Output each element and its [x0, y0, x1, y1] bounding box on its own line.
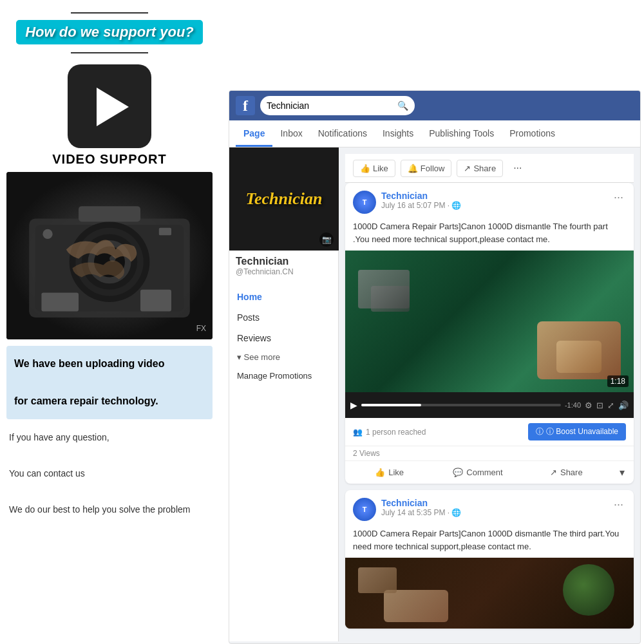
post-header-left-2: T Technician July 14 at 5:35 PM · 🌐: [353, 498, 461, 521]
header-line-left: [71, 12, 148, 14]
reach-icon: 👥: [353, 428, 363, 437]
share-label: Share: [473, 164, 496, 173]
post-like-btn-1[interactable]: 👍 Like: [345, 464, 433, 481]
search-icon: 🔍: [397, 100, 408, 111]
post-author-2: Technician: [381, 498, 461, 508]
header-banner: How do we support you?: [6, 6, 213, 58]
tab-page[interactable]: Page: [236, 120, 272, 147]
post-action-more-1[interactable]: ▾: [611, 464, 634, 481]
tab-notifications[interactable]: Notifications: [310, 120, 375, 147]
post-options-1[interactable]: ···: [611, 191, 626, 204]
tab-promotions[interactable]: Promotions: [502, 120, 563, 147]
second-post-video: [345, 558, 634, 629]
video-controls-1: ▶ -1:40 ⚙ ⊡ ⤢ 🔊: [345, 392, 634, 418]
camera-overlay-icon: 📷: [319, 232, 334, 247]
post-header-1: T Technician July 16 at 5:07 PM · 🌐 ···: [345, 183, 634, 218]
fb-action-bar: 👍 Like 🔔 Follow ↗ Share ···: [345, 154, 634, 183]
sidebar-item-posts[interactable]: Posts: [229, 307, 338, 328]
contact-line2: You can contact us: [9, 464, 210, 482]
volume-icon[interactable]: 🔊: [618, 401, 629, 410]
post-avatar-2: T: [353, 498, 376, 521]
like-icon: 👍: [360, 164, 370, 173]
post-header-2: T Technician July 14 at 5:35 PM · 🌐 ···: [345, 490, 634, 525]
fb-sidebar: Technician 📷 Technician @Technician.CN H…: [229, 147, 339, 641]
progress-bar[interactable]: [361, 404, 561, 406]
post-text-2: 1000D Camera Repair Parts]Canon 1000D di…: [345, 525, 634, 558]
contact-line3: We do our best to help you solve the pro…: [9, 500, 210, 518]
post-like-icon: 👍: [375, 468, 385, 477]
share-button[interactable]: ↗ Share: [457, 160, 503, 177]
tab-publishing-tools[interactable]: Publishing Tools: [421, 120, 502, 147]
boost-label: ⓘ Boost Unavailable: [546, 426, 618, 437]
play-icon: [97, 88, 129, 126]
more-options-button[interactable]: ···: [508, 159, 527, 177]
boost-button-1[interactable]: ⓘ ⓘ Boost Unavailable: [528, 423, 626, 440]
follow-button[interactable]: 🔔 Follow: [401, 160, 452, 177]
header-title-box: How do we support you?: [14, 18, 205, 46]
post-meta-1: Technician July 16 at 5:07 PM · 🌐: [381, 191, 461, 210]
page-cover-text: Technician: [246, 189, 323, 209]
camera-image: FX: [6, 172, 213, 339]
post-options-2[interactable]: ···: [611, 498, 626, 511]
manage-promotions-label: Manage Promotions: [237, 371, 312, 381]
avatar-inner-2: T: [353, 498, 376, 521]
globe-visual: [563, 564, 614, 616]
blue-text-box: We have been uploading video for camera …: [6, 346, 213, 419]
post-meta-2: Technician July 14 at 5:35 PM · 🌐: [381, 498, 461, 517]
post-comment-label: Comment: [466, 468, 502, 477]
fb-feed: 👍 Like 🔔 Follow ↗ Share ···: [339, 147, 640, 641]
tab-insights[interactable]: Insights: [375, 120, 421, 147]
avatar-inner-1: T: [353, 191, 376, 214]
reach-info-1: 👥 1 person reached: [353, 428, 426, 437]
fb-search-bar[interactable]: 🔍: [260, 96, 415, 115]
crop-icon[interactable]: ⊡: [596, 401, 603, 410]
page-handle: @Technician.CN: [236, 267, 332, 276]
blue-text-line1: We have been uploading video: [14, 355, 205, 374]
fullscreen-icon[interactable]: ⤢: [607, 401, 614, 410]
see-more-label: ▾ See more: [237, 352, 280, 362]
svg-point-10: [43, 229, 52, 239]
video-icon-container: [6, 64, 213, 148]
post-like-label: Like: [388, 468, 404, 477]
follow-icon: 🔔: [408, 164, 418, 173]
reach-text: 1 person reached: [366, 428, 426, 437]
post-card-1: T Technician July 16 at 5:07 PM · 🌐 ··· …: [345, 183, 634, 484]
post-share-label: Share: [560, 468, 583, 477]
component-visual2: [371, 286, 410, 312]
video-time-badge: 1:18: [607, 375, 629, 387]
contact-line1: If you have any question,: [9, 428, 210, 446]
settings-icon[interactable]: ⚙: [585, 401, 592, 410]
svg-rect-11: [41, 293, 79, 312]
post-author-1: Technician: [381, 191, 461, 201]
fb-logo: f: [236, 96, 255, 115]
share-icon: ↗: [464, 164, 471, 173]
post-avatar-1: T: [353, 191, 376, 214]
camera-svg: [17, 180, 202, 331]
tab-inbox[interactable]: Inbox: [272, 120, 310, 147]
play-button[interactable]: ▶: [350, 400, 357, 410]
page-info: Technician @Technician.CN: [229, 251, 338, 287]
sidebar-see-more[interactable]: ▾ See more: [229, 348, 338, 366]
progress-fill: [361, 404, 421, 406]
left-panel: How do we support you? VIDEO SUPPORT: [0, 0, 219, 644]
page-cover: Technician 📷: [229, 147, 339, 251]
post-share-btn-1[interactable]: ↗ Share: [522, 464, 611, 481]
search-input[interactable]: [267, 100, 397, 111]
sidebar-manage-promotions[interactable]: Manage Promotions: [229, 366, 338, 386]
sidebar-item-home[interactable]: Home: [229, 287, 338, 307]
boost-icon: ⓘ: [536, 426, 544, 437]
boost-bar-1: 👥 1 person reached ⓘ ⓘ Boost Unavailable: [345, 418, 634, 446]
contact-text: If you have any question, You can contac…: [6, 428, 213, 518]
like-button[interactable]: 👍 Like: [353, 160, 395, 177]
camera-label: FX: [196, 324, 206, 333]
post-comment-btn-1[interactable]: 💬 Comment: [433, 464, 522, 481]
video-remaining: -1:40: [565, 401, 581, 409]
fb-panel: f 🔍 Page Inbox Notifications Insights Pu…: [229, 90, 641, 644]
header-title: How do we support you?: [25, 24, 194, 40]
svg-rect-9: [159, 228, 171, 236]
sidebar-item-reviews[interactable]: Reviews: [229, 328, 338, 348]
video-support-label: VIDEO SUPPORT: [6, 152, 213, 167]
svg-rect-12: [140, 290, 171, 312]
post-card-2: T Technician July 14 at 5:35 PM · 🌐 ··· …: [345, 490, 634, 629]
page-name: Technician: [236, 256, 332, 267]
